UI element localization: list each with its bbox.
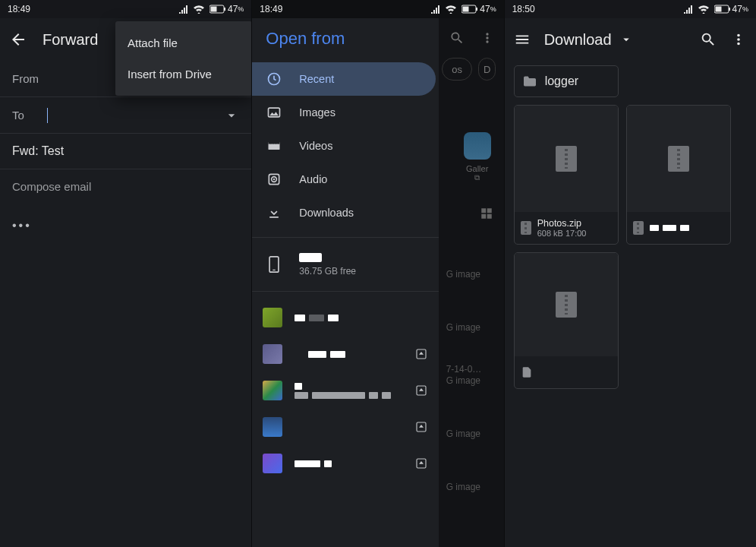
- battery-icon: 47%: [714, 4, 748, 14]
- drawer-item-audio[interactable]: Audio: [252, 163, 439, 196]
- clock-icon: [266, 71, 282, 87]
- battery-icon: 47%: [461, 4, 496, 14]
- drawer-item-label: Downloads: [299, 207, 354, 219]
- chevron-down-icon: [619, 33, 633, 46]
- status-bar: 18:49 47%: [252, 0, 503, 18]
- menu-insert-drive[interactable]: Insert from Drive: [115, 58, 252, 90]
- phone-icon: [266, 256, 282, 273]
- zip-icon: [668, 146, 689, 172]
- folder-name: logger: [545, 74, 578, 88]
- open-from-drawer: Open from Recent Images Videos: [252, 18, 439, 547]
- search-icon[interactable]: [700, 31, 717, 48]
- zip-icon: [556, 292, 577, 318]
- file-tile[interactable]: [514, 252, 619, 389]
- eject-icon[interactable]: [414, 384, 428, 397]
- chip[interactable]: D: [478, 58, 496, 81]
- to-row[interactable]: To: [0, 97, 251, 134]
- eject-icon[interactable]: [414, 420, 428, 434]
- more-icon[interactable]: [730, 31, 747, 48]
- file-name: Photos.zip: [537, 218, 587, 229]
- wifi-icon: [193, 5, 205, 14]
- to-value[interactable]: [47, 107, 224, 122]
- svg-rect-14: [273, 270, 276, 270]
- svg-point-12: [273, 179, 276, 181]
- quoted-toggle[interactable]: •••: [0, 204, 251, 248]
- status-bar: 18:50 47%: [505, 0, 756, 18]
- back-icon[interactable]: [9, 30, 27, 49]
- status-time: 18:49: [260, 4, 282, 14]
- drawer-item-device[interactable]: 36.75 GB free: [252, 245, 439, 283]
- signal-icon: [430, 5, 441, 14]
- drawer-item-videos[interactable]: Videos: [252, 129, 439, 163]
- drawer-item-label: Videos: [299, 140, 332, 152]
- subject-field[interactable]: Fwd: Test: [0, 134, 251, 169]
- folder-title[interactable]: Download: [544, 31, 633, 49]
- svg-rect-21: [729, 8, 730, 11]
- status-time: 18:50: [512, 4, 535, 14]
- drawer-account[interactable]: [252, 409, 439, 445]
- audio-icon: [266, 171, 282, 188]
- svg-rect-20: [715, 7, 721, 12]
- menu-attach-file[interactable]: Attach file: [115, 27, 252, 58]
- file-icon: [521, 366, 533, 378]
- drawer-item-label: Audio: [299, 173, 327, 185]
- status-bar: 18:49 47%: [0, 0, 251, 18]
- redacted: [650, 225, 689, 231]
- drawer-account[interactable]: [252, 336, 439, 372]
- compose-body[interactable]: Compose email: [0, 169, 251, 204]
- file-tile[interactable]: [626, 105, 731, 245]
- drawer-item-images[interactable]: Images: [252, 96, 439, 129]
- zip-icon: [521, 221, 531, 235]
- file-row-partial: G image: [446, 482, 501, 492]
- signal-icon: [683, 5, 694, 14]
- eject-icon[interactable]: [414, 457, 428, 470]
- drawer-item-downloads[interactable]: Downloads: [252, 196, 439, 229]
- svg-rect-4: [463, 7, 469, 12]
- download-icon: [266, 204, 282, 221]
- file-row-partial: G image: [446, 269, 501, 280]
- folder-icon: [522, 75, 537, 87]
- redacted: [299, 253, 322, 262]
- appbar-title: Forward: [43, 31, 98, 49]
- to-label: To: [12, 109, 47, 122]
- svg-rect-5: [476, 8, 477, 11]
- drawer-item-label: Images: [299, 106, 335, 119]
- signal-icon: [178, 5, 189, 14]
- app-tile[interactable]: Galler ⧉: [460, 132, 495, 182]
- grid-view-icon[interactable]: [480, 207, 493, 220]
- drawer-item-recent[interactable]: Recent: [252, 62, 436, 96]
- svg-rect-1: [210, 7, 216, 12]
- file-row-partial: G image: [446, 428, 501, 439]
- more-icon[interactable]: [480, 30, 495, 46]
- svg-rect-2: [224, 8, 225, 11]
- battery-icon: 47%: [209, 4, 244, 14]
- menu-icon[interactable]: [514, 31, 531, 48]
- search-icon[interactable]: [449, 30, 465, 46]
- drawer-account[interactable]: [252, 445, 439, 482]
- file-meta: 608 kB 17:00: [537, 229, 587, 238]
- file-row-partial: G image: [446, 375, 501, 386]
- drawer-title: Open from: [252, 18, 439, 62]
- status-time: 18:49: [8, 4, 30, 14]
- appbar: Download: [505, 18, 756, 61]
- device-free: 36.75 GB free: [299, 266, 356, 277]
- file-row-partial: G image: [446, 322, 501, 333]
- file-row-partial: 7-14-0…: [446, 364, 501, 375]
- attach-menu: Attach file Insert from Drive: [115, 21, 252, 96]
- video-icon: [266, 138, 282, 154]
- zip-icon: [633, 221, 644, 235]
- folder-tile[interactable]: logger: [514, 65, 619, 97]
- image-icon: [266, 104, 282, 121]
- from-label: From: [12, 72, 47, 85]
- drawer-account[interactable]: [252, 299, 439, 336]
- chevron-down-icon[interactable]: [224, 108, 239, 123]
- wifi-icon: [698, 5, 710, 14]
- wifi-icon: [445, 5, 457, 14]
- zip-icon: [556, 146, 577, 172]
- eject-icon[interactable]: [414, 347, 428, 361]
- file-tile[interactable]: Photos.zip 608 kB 17:00: [514, 105, 619, 245]
- drawer-account[interactable]: [252, 372, 439, 409]
- drawer-item-label: Recent: [299, 73, 334, 85]
- chip[interactable]: os: [442, 58, 472, 81]
